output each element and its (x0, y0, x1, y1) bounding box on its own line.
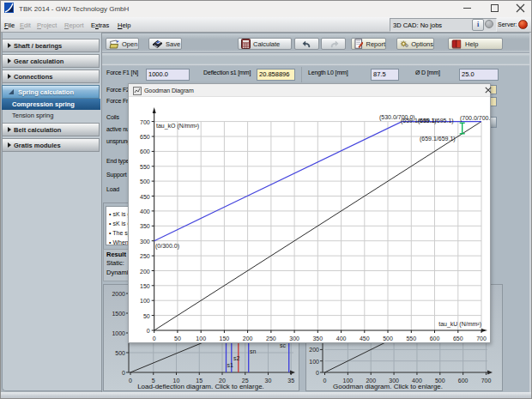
svg-text:150: 150 (140, 283, 150, 289)
svg-text:700: 700 (476, 336, 487, 342)
svg-text:0: 0 (323, 378, 327, 384)
svg-text:300: 300 (289, 336, 299, 342)
svg-text:250: 250 (140, 253, 150, 259)
svg-text:Load-deflection diagram. Click: Load-deflection diagram. Click to enlarg… (137, 383, 264, 390)
svg-text:250: 250 (266, 336, 276, 342)
svg-text:150: 150 (220, 336, 230, 342)
svg-text:450: 450 (360, 336, 370, 342)
svg-text:0: 0 (316, 370, 319, 376)
svg-text:s1: s1 (227, 362, 234, 368)
svg-text:200: 200 (309, 347, 319, 353)
svg-text:0: 0 (122, 370, 125, 376)
svg-text:1500: 1500 (112, 311, 125, 317)
svg-text:100: 100 (196, 336, 206, 342)
svg-text:50: 50 (143, 313, 150, 319)
svg-text:tau_kO (N/mm²): tau_kO (N/mm²) (156, 123, 199, 130)
svg-text:500: 500 (140, 178, 150, 184)
svg-text:1000: 1000 (112, 330, 125, 336)
svg-text:350: 350 (312, 336, 323, 342)
svg-text:50: 50 (174, 336, 181, 342)
svg-text:(0/300.0): (0/300.0) (155, 243, 179, 250)
svg-text:200: 200 (140, 269, 150, 275)
svg-text:0: 0 (147, 328, 150, 334)
svg-text:200: 200 (243, 336, 253, 342)
svg-text:400: 400 (140, 209, 150, 215)
svg-text:100: 100 (309, 359, 319, 365)
svg-text:0: 0 (153, 336, 156, 342)
svg-text:(659.1/659.1): (659.1/659.1) (420, 136, 456, 142)
svg-text:(659.1/695.1): (659.1/695.1) (418, 118, 454, 124)
svg-text:Goodman diagram. Click to enla: Goodman diagram. Click to enlarge. (333, 383, 443, 390)
svg-text:400: 400 (336, 336, 347, 342)
svg-text:0: 0 (129, 378, 132, 384)
svg-text:s2: s2 (233, 355, 240, 361)
svg-text:sc: sc (280, 342, 287, 348)
svg-text:700: 700 (140, 119, 150, 125)
svg-text:500: 500 (383, 336, 393, 342)
svg-text:500: 500 (115, 350, 125, 356)
svg-text:sn: sn (250, 348, 257, 354)
svg-text:650: 650 (140, 134, 150, 140)
svg-text:600: 600 (140, 148, 150, 154)
svg-text:650: 650 (453, 336, 463, 342)
svg-text:2000: 2000 (112, 291, 125, 297)
svg-text:100: 100 (140, 298, 150, 304)
svg-text:600: 600 (430, 336, 440, 342)
svg-text:(700.0/700.0): (700.0/700.0) (460, 115, 490, 122)
svg-text:550: 550 (140, 164, 150, 170)
svg-text:tau_kU (N/mm²): tau_kU (N/mm²) (438, 321, 481, 328)
svg-text:550: 550 (406, 336, 416, 342)
svg-text:450: 450 (140, 194, 150, 200)
svg-text:700: 700 (481, 378, 492, 384)
svg-text:30: 30 (265, 378, 272, 384)
svg-text:350: 350 (140, 223, 150, 229)
svg-text:300: 300 (140, 239, 150, 245)
svg-text:35: 35 (287, 378, 294, 384)
svg-text:600: 600 (458, 378, 469, 384)
